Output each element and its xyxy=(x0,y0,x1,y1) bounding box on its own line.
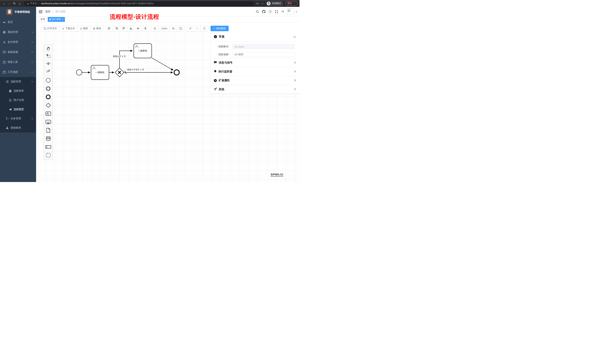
preview-button[interactable]: ◎ 预览 xyxy=(77,26,90,31)
process-name-input[interactable] xyxy=(232,52,295,57)
font-size-icon[interactable]: TT xyxy=(281,10,284,13)
sidebar-item-task-mgmt[interactable]: 任务管理 xyxy=(0,114,36,123)
save-model-button[interactable]: + 保存模型 xyxy=(211,26,229,31)
sidebar-item-infra[interactable]: 基础设施 xyxy=(0,47,36,57)
sidebar-item-process-form[interactable]: 流程表单 xyxy=(0,86,36,95)
flow-label-le1[interactable]: 请假小于等于 1 天 xyxy=(127,68,144,71)
sidebar-item-workflow[interactable]: 工作流程 xyxy=(0,67,36,77)
align-top-button[interactable] xyxy=(120,26,127,31)
align-right-button[interactable] xyxy=(113,26,120,31)
back-icon[interactable]: ← xyxy=(1,1,7,6)
global-connect-tool[interactable] xyxy=(44,67,52,75)
warning-icon: ▲ xyxy=(27,2,29,5)
chip-icon xyxy=(93,27,95,30)
hand-tool[interactable] xyxy=(44,44,52,52)
address-bar[interactable]: ▲ 不安全 dashboard.yudao.iocoder.cn/bpm/man… xyxy=(24,1,254,6)
sidebar-item-leave-query[interactable]: 请假查询 xyxy=(0,123,36,133)
sidebar-item-user-group[interactable]: 用户分组 xyxy=(0,95,36,105)
lasso-tool[interactable] xyxy=(44,52,52,60)
process-name-field-row: * 流程名称 xyxy=(217,52,295,57)
forward-icon[interactable]: → xyxy=(7,1,12,6)
annotation-text: 流程模型-设计流程 xyxy=(110,13,159,21)
start-event-node[interactable] xyxy=(76,70,82,75)
align-hcenter-icon xyxy=(144,27,147,30)
avatar-dropdown-caret-icon[interactable]: ▾ xyxy=(296,11,297,13)
sidebar-item-home[interactable]: 首页 xyxy=(0,17,36,27)
create-user-task[interactable] xyxy=(44,109,52,118)
create-start-event[interactable] xyxy=(44,76,52,85)
close-icon[interactable]: × xyxy=(62,18,63,21)
create-data-object[interactable] xyxy=(44,126,52,134)
align-left-button[interactable] xyxy=(106,26,113,31)
properties-panel: i 常规 * 流程标识 * 流程名称 xyxy=(211,32,300,94)
tab-home[interactable]: 首页 xyxy=(39,17,47,22)
redo-button[interactable]: ↻ xyxy=(194,26,201,31)
tab-design[interactable]: 设计流程 × xyxy=(48,17,65,22)
create-exclusive-gateway[interactable] xyxy=(44,101,52,109)
create-data-store[interactable] xyxy=(44,134,52,143)
general-section-header[interactable]: i 常规 xyxy=(211,32,300,42)
section-execution-listener[interactable]: 执行监听器 xyxy=(211,67,300,76)
restart-button[interactable] xyxy=(201,26,208,31)
header-actions: ? TT ▾ xyxy=(256,8,297,15)
sidebar-item-label: 基础设施 xyxy=(8,51,31,54)
section-title: 常规 xyxy=(219,35,293,38)
help-icon[interactable]: ? xyxy=(269,10,272,13)
create-group[interactable] xyxy=(44,151,52,159)
section-extended-attributes[interactable]: + 扩展属性 xyxy=(211,76,300,85)
undo-button[interactable]: ↺ xyxy=(186,26,194,31)
create-subprocess[interactable] xyxy=(44,118,52,126)
update-button[interactable]: 更新 ⋮ xyxy=(285,1,298,6)
create-intermediate-event[interactable] xyxy=(44,85,52,93)
url-path: /bpm/manager/model/design?modelId=e4a1a1… xyxy=(70,2,153,5)
simulate-button[interactable]: 模拟 xyxy=(90,26,104,31)
create-participant[interactable] xyxy=(44,143,52,151)
zoom-out-button[interactable] xyxy=(151,26,159,31)
end-event-node[interactable] xyxy=(174,70,179,75)
sidebar-collapse-icon[interactable] xyxy=(39,10,42,13)
zoom-in-button[interactable] xyxy=(170,26,177,31)
redo-icon: ↻ xyxy=(196,27,199,30)
app: 芋道管理系统 首页 系统管理 ¥ 支付管理 xyxy=(0,7,300,182)
fit-view-button[interactable] xyxy=(177,26,185,31)
briefcase-icon xyxy=(3,71,6,74)
breadcrumb-home[interactable]: 首页 xyxy=(45,10,51,13)
sidebar-item-system[interactable]: 系统管理 xyxy=(0,27,36,37)
align-left-icon xyxy=(108,27,111,30)
reload-icon[interactable]: ↻ xyxy=(12,1,17,6)
user-task-level2-node[interactable]: 二级审批 xyxy=(134,44,152,58)
section-message-signal[interactable]: 消息与信号 xyxy=(211,58,300,67)
flow-label-gt3[interactable]: 请假大于 3 天 xyxy=(113,55,126,58)
menu-kebab-icon[interactable]: ⋮ xyxy=(293,2,296,5)
align-vcenter-button[interactable] xyxy=(134,26,142,31)
sidebar-item-process-model[interactable]: 流程模型 xyxy=(0,105,36,114)
space-tool[interactable] xyxy=(44,60,52,67)
url-host: dashboard.yudao.iocoder.cn xyxy=(41,2,70,5)
process-key-input[interactable] xyxy=(232,44,295,49)
fullscreen-icon[interactable] xyxy=(275,10,278,13)
bpmn-canvas[interactable]: 一级审批 二级审批 xyxy=(36,32,300,182)
button-label: 模拟 xyxy=(96,27,101,30)
sidebar-item-payment[interactable]: ¥ 支付管理 xyxy=(0,37,36,47)
user-task-level1-node[interactable]: 一级审批 xyxy=(91,65,109,80)
key-icon[interactable] xyxy=(256,2,259,5)
designer-toolbar: 打开文件 下载文件 ◎ 预览 模拟 xyxy=(36,22,300,32)
sidebar-item-process-mgmt[interactable]: 流程管理 xyxy=(0,77,36,86)
bookmark-star-icon[interactable]: ☆ xyxy=(261,2,264,5)
sidebar-item-devtools[interactable]: 研发工具 xyxy=(0,57,36,67)
avatar[interactable] xyxy=(287,8,294,15)
align-bottom-button[interactable] xyxy=(127,26,135,31)
align-hcenter-button[interactable] xyxy=(142,26,149,31)
github-icon[interactable] xyxy=(262,10,265,13)
open-file-button[interactable]: 打开文件 xyxy=(41,26,60,31)
create-end-event[interactable] xyxy=(44,93,52,101)
exclusive-gateway-node[interactable] xyxy=(115,68,124,77)
search-icon[interactable] xyxy=(256,10,259,13)
security-label[interactable]: 不安全 xyxy=(30,2,37,5)
home-icon[interactable]: ⌂ xyxy=(17,1,22,6)
section-other[interactable]: 其他 xyxy=(211,85,300,94)
download-file-button[interactable]: 下载文件 xyxy=(59,26,78,31)
button-label: 下载文件 xyxy=(65,27,75,30)
incognito-icon xyxy=(267,2,271,5)
tab-label: 设计流程 xyxy=(52,18,61,21)
